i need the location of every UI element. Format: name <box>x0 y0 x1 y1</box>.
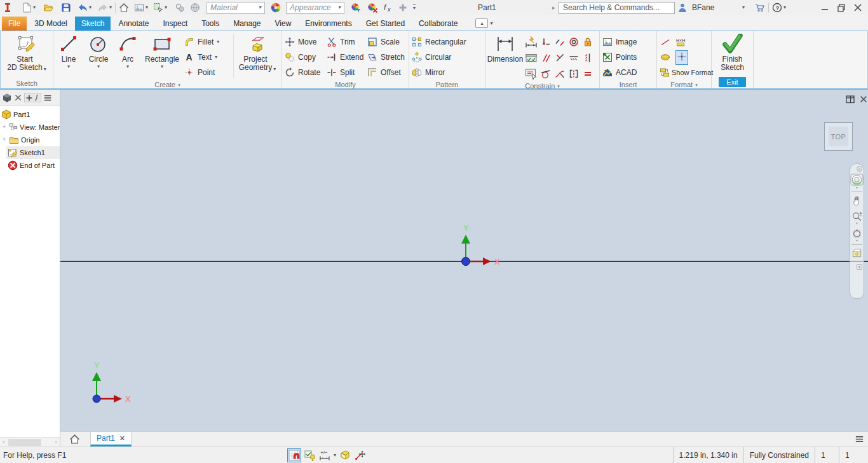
adjust-appearance-icon[interactable] <box>351 3 361 13</box>
finish-sketch-button[interactable]: Finish Sketch <box>721 32 744 77</box>
navwheel-dropdown[interactable]: ▾ <box>856 186 858 190</box>
insert-image-button[interactable]: Image <box>601 34 638 50</box>
equal-constraint-button[interactable] <box>583 69 593 79</box>
group-label-format[interactable]: Format▾ <box>657 80 711 89</box>
circle-tool-button[interactable]: Circle▾ <box>83 32 114 80</box>
fillet-button[interactable]: Fillet▾ <box>183 34 231 50</box>
concentric-constraint-button[interactable] <box>569 37 579 47</box>
arc-tool-button[interactable]: Arc▾ <box>114 32 141 80</box>
origin-triad[interactable]: Y X <box>458 222 504 270</box>
view-cube[interactable]: TOP <box>824 122 853 151</box>
navbar-menu-icon[interactable]: ▾ <box>857 264 862 270</box>
undo-dropdown[interactable]: ▾ <box>89 5 92 10</box>
browser-close-icon[interactable] <box>14 93 22 102</box>
dimension-display-dropdown[interactable]: ▾ <box>334 453 336 458</box>
offset-button[interactable]: Offset <box>366 65 407 80</box>
circular-pattern-button[interactable]: Circular <box>410 50 468 65</box>
minimize-button[interactable] <box>820 3 830 13</box>
tab-annotate[interactable]: Annotate <box>112 17 155 31</box>
new-document-button[interactable] <box>22 3 32 13</box>
add-quick-access-icon[interactable] <box>398 3 408 13</box>
home-tab-icon[interactable] <box>69 434 80 445</box>
zoom-dropdown[interactable]: ▾ <box>856 222 858 225</box>
browser-scrollbar[interactable]: ‹ › <box>0 437 60 446</box>
close-button[interactable] <box>853 3 863 13</box>
view-cube-face[interactable]: TOP <box>829 127 848 146</box>
stretch-button[interactable]: Stretch <box>366 50 407 65</box>
search-input[interactable]: Search Help & Commands... <box>559 2 675 14</box>
material-browser-icon[interactable] <box>190 3 200 13</box>
steering-wheel-icon[interactable] <box>850 173 864 186</box>
tab-tools[interactable]: Tools <box>195 17 226 31</box>
navbar-close-icon[interactable]: × <box>857 166 862 172</box>
trim-button[interactable]: Trim <box>325 34 366 50</box>
open-button[interactable] <box>43 3 53 13</box>
auto-dimension-button[interactable] <box>525 36 538 48</box>
perpendicular-constraint-button[interactable] <box>555 53 565 63</box>
tab-inspect[interactable]: Inspect <box>156 17 194 31</box>
scroll-left-arrow[interactable]: ‹ <box>0 439 8 445</box>
user-dropdown[interactable]: ▾ <box>742 5 745 10</box>
mirror-button[interactable]: Mirror <box>410 65 468 80</box>
coincident-constraint-button[interactable] <box>541 37 551 47</box>
rectangular-pattern-button[interactable]: Rectangular <box>410 34 468 50</box>
parallel-constraint-button[interactable] <box>541 53 551 63</box>
tree-item-part1[interactable]: Part1 <box>0 108 60 121</box>
tab-environments[interactable]: Environments <box>299 17 358 31</box>
show-constraints-button[interactable] <box>525 67 538 80</box>
tree-item-end-of-part[interactable]: End of Part <box>6 159 60 172</box>
orbit-icon[interactable] <box>851 228 862 239</box>
customize-toolbar-dropdown[interactable]: ▾ <box>413 4 416 11</box>
line-tool-button[interactable]: Line▾ <box>55 32 83 80</box>
tab-sketch[interactable]: Sketch <box>75 17 111 31</box>
expand-icon[interactable]: + <box>1 125 7 130</box>
clear-appearance-icon[interactable] <box>367 3 377 13</box>
help-dropdown[interactable]: ▾ <box>783 5 786 10</box>
undo-button[interactable] <box>78 3 88 13</box>
material-combo[interactable]: Material▾ <box>207 2 265 14</box>
text-button[interactable]: AText▾ <box>183 50 231 65</box>
sketch-canvas[interactable]: Y X Y X TOP <box>60 90 868 431</box>
construction-line-button[interactable] <box>660 37 670 47</box>
orbit-dropdown[interactable]: ▾ <box>856 239 858 242</box>
grid-snap-toggle[interactable] <box>287 448 301 462</box>
tab-file[interactable]: File <box>2 17 27 31</box>
start-2d-sketch-button[interactable]: Start 2D Sketch▾ <box>7 32 46 78</box>
sketch-axis-triad[interactable]: Y X <box>89 359 135 408</box>
select-dropdown[interactable]: ▾ <box>165 5 167 10</box>
lock-constraint-button[interactable] <box>583 37 593 47</box>
search-expander[interactable]: ▸ <box>552 4 555 11</box>
scroll-thumb[interactable] <box>8 439 41 446</box>
document-tab-part1[interactable]: Part1 ✕ <box>90 432 132 446</box>
store-cart-icon[interactable] <box>755 3 765 13</box>
dimension-display-button[interactable]: +/− <box>319 450 330 461</box>
ribbon-display-dropdown[interactable]: ▾ <box>490 21 492 26</box>
tab-get-started[interactable]: Get Started <box>360 17 411 31</box>
restore-button[interactable] <box>836 3 846 13</box>
redo-dropdown[interactable]: ▾ <box>109 5 112 10</box>
pan-icon[interactable] <box>851 195 862 206</box>
insert-acad-button[interactable]: ACAD <box>601 65 638 80</box>
constraint-settings-button[interactable] <box>525 52 538 64</box>
sketch-only-button[interactable] <box>660 52 670 62</box>
expand-icon[interactable]: + <box>1 137 7 143</box>
project-geometry-button[interactable]: Project Geometry▾ <box>236 32 279 80</box>
parameters-fx-button[interactable]: fx <box>383 3 393 13</box>
zoom-icon[interactable] <box>851 211 862 222</box>
symmetric-constraint-button[interactable] <box>569 69 579 79</box>
home-button[interactable] <box>119 3 129 13</box>
point-button[interactable]: Point <box>183 65 231 80</box>
tree-item-view-master[interactable]: + View: Master <box>0 121 60 134</box>
insert-points-button[interactable]: Points <box>601 50 638 65</box>
save-button[interactable] <box>61 3 71 13</box>
tangent-constraint-button[interactable] <box>541 69 551 79</box>
copy-button[interactable]: Copy <box>283 50 325 65</box>
select-button[interactable] <box>153 3 163 13</box>
help-icon[interactable]: ? <box>772 3 782 13</box>
tab-view[interactable]: View <box>269 17 298 31</box>
show-format-button[interactable]: Show Format <box>658 65 710 80</box>
center-point-button[interactable] <box>675 50 688 65</box>
tab-manage[interactable]: Manage <box>227 17 267 31</box>
group-label-create[interactable]: Create▾ <box>53 80 281 89</box>
user-name[interactable]: BFane <box>692 3 714 12</box>
